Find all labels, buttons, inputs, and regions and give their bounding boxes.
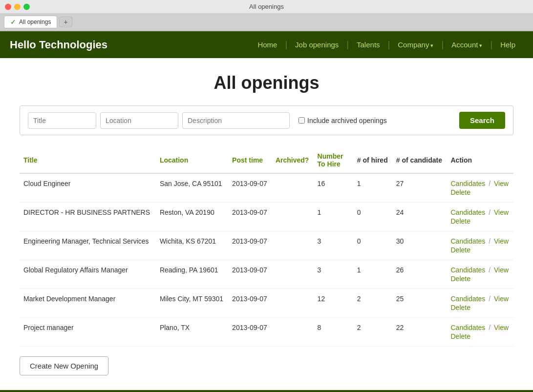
title-input[interactable] bbox=[28, 112, 96, 129]
view-link-0[interactable]: View bbox=[494, 180, 509, 187]
cell-numbertohire-5: 8 bbox=[314, 318, 353, 347]
table-header-row: Title Location Post time Archived? Numbe… bbox=[20, 147, 513, 173]
tab-all-openings[interactable]: ✓ All openings bbox=[4, 16, 57, 28]
cell-candidates-2: 30 bbox=[392, 231, 447, 260]
sep1-5: / bbox=[489, 324, 492, 331]
cell-title-1: DIRECTOR - HR BUSINESS PARTNERS bbox=[20, 203, 156, 231]
col-header-location: Location bbox=[156, 147, 228, 173]
table-row: Market Development Manager Miles City, M… bbox=[20, 289, 513, 318]
sep1-1: / bbox=[489, 208, 492, 216]
maximize-button[interactable] bbox=[23, 3, 30, 10]
view-link-4[interactable]: View bbox=[494, 295, 509, 303]
minimize-button[interactable] bbox=[14, 3, 21, 10]
table-row: Engineering Manager, Technical Services … bbox=[20, 231, 513, 260]
delete-link-1[interactable]: Delete bbox=[450, 217, 510, 225]
cell-posttime-5: 2013-09-07 bbox=[228, 318, 272, 347]
cell-candidates-1: 24 bbox=[392, 203, 447, 231]
delete-link-5[interactable]: Delete bbox=[450, 332, 510, 340]
col-header-candidate: # of candidate bbox=[392, 147, 447, 173]
cell-location-4: Miles City, MT 59301 bbox=[156, 289, 228, 318]
col-header-title: Title bbox=[20, 147, 156, 173]
cell-archived-2 bbox=[272, 231, 314, 260]
main-content: All openings Include archived openings S… bbox=[0, 58, 533, 390]
view-link-1[interactable]: View bbox=[494, 208, 509, 216]
cell-location-2: Wichita, KS 67201 bbox=[156, 231, 228, 260]
cell-title-0: Cloud Engineer bbox=[20, 173, 156, 203]
cell-hired-2: 0 bbox=[353, 231, 392, 260]
cell-action-0: Candidates / View Delete bbox=[447, 173, 513, 203]
delete-link-2[interactable]: Delete bbox=[450, 246, 510, 254]
delete-link-3[interactable]: Delete bbox=[450, 275, 510, 283]
cell-posttime-2: 2013-09-07 bbox=[228, 231, 272, 260]
cell-title-4: Market Development Manager bbox=[20, 289, 156, 318]
cell-hired-3: 1 bbox=[353, 260, 392, 289]
candidates-link-4[interactable]: Candidates bbox=[450, 295, 485, 303]
openings-table: Title Location Post time Archived? Numbe… bbox=[20, 147, 513, 347]
cell-numbertohire-1: 1 bbox=[314, 203, 353, 231]
cell-archived-4 bbox=[272, 289, 314, 318]
cell-candidates-4: 25 bbox=[392, 289, 447, 318]
archived-checkbox[interactable] bbox=[298, 117, 305, 124]
view-link-2[interactable]: View bbox=[494, 237, 509, 245]
cell-title-2: Engineering Manager, Technical Services bbox=[20, 231, 156, 260]
candidates-link-1[interactable]: Candidates bbox=[450, 208, 485, 216]
delete-link-0[interactable]: Delete bbox=[450, 188, 510, 196]
sep1-3: / bbox=[489, 266, 492, 274]
candidates-link-0[interactable]: Candidates bbox=[450, 180, 485, 187]
col-header-archived: Archived? bbox=[272, 147, 314, 173]
candidates-link-5[interactable]: Candidates bbox=[450, 324, 485, 331]
cell-action-2: Candidates / View Delete bbox=[447, 231, 513, 260]
cell-candidates-3: 26 bbox=[392, 260, 447, 289]
description-input[interactable] bbox=[182, 112, 290, 129]
cell-numbertohire-3: 3 bbox=[314, 260, 353, 289]
nav-talents[interactable]: Talents bbox=[349, 41, 388, 49]
nav-account[interactable]: Account bbox=[444, 41, 490, 49]
cell-action-5: Candidates / View Delete bbox=[447, 318, 513, 347]
cell-hired-5: 2 bbox=[353, 318, 392, 347]
nav-company[interactable]: Company bbox=[390, 41, 441, 49]
site-logo[interactable]: Hello Technologies bbox=[10, 39, 107, 51]
check-icon: ✓ bbox=[10, 18, 16, 26]
cell-archived-1 bbox=[272, 203, 314, 231]
search-bar: Include archived openings Search bbox=[20, 105, 513, 135]
view-link-3[interactable]: View bbox=[494, 266, 509, 274]
cell-location-1: Reston, VA 20190 bbox=[156, 203, 228, 231]
navigation: Hello Technologies Home | Job openings |… bbox=[0, 31, 533, 58]
location-input[interactable] bbox=[100, 112, 178, 129]
cell-posttime-3: 2013-09-07 bbox=[228, 260, 272, 289]
new-tab-button[interactable]: + bbox=[59, 17, 72, 27]
cell-posttime-4: 2013-09-07 bbox=[228, 289, 272, 318]
table-row: Global Regulatory Affairs Manager Readin… bbox=[20, 260, 513, 289]
search-button[interactable]: Search bbox=[459, 112, 505, 129]
sep1-0: / bbox=[489, 180, 492, 187]
sep1-4: / bbox=[489, 295, 492, 303]
archived-checkbox-label[interactable]: Include archived openings bbox=[298, 117, 455, 124]
nav-help[interactable]: Help bbox=[492, 41, 523, 49]
candidates-link-2[interactable]: Candidates bbox=[450, 237, 485, 245]
cell-numbertohire-2: 3 bbox=[314, 231, 353, 260]
cell-candidates-0: 27 bbox=[392, 173, 447, 203]
candidates-link-3[interactable]: Candidates bbox=[450, 266, 485, 274]
cell-action-3: Candidates / View Delete bbox=[447, 260, 513, 289]
cell-candidates-5: 22 bbox=[392, 318, 447, 347]
cell-title-3: Global Regulatory Affairs Manager bbox=[20, 260, 156, 289]
tab-label: All openings bbox=[19, 19, 51, 25]
cell-archived-3 bbox=[272, 260, 314, 289]
cell-action-4: Candidates / View Delete bbox=[447, 289, 513, 318]
cell-hired-0: 1 bbox=[353, 173, 392, 203]
close-button[interactable] bbox=[5, 3, 11, 10]
create-opening-button[interactable]: Create New Opening bbox=[20, 356, 108, 375]
nav-links: Home | Job openings | Talents | Company … bbox=[250, 40, 523, 50]
cell-numbertohire-4: 12 bbox=[314, 289, 353, 318]
cell-archived-0 bbox=[272, 173, 314, 203]
view-link-5[interactable]: View bbox=[494, 324, 509, 331]
nav-home[interactable]: Home bbox=[250, 41, 285, 49]
footer: PRODUCT DOCUMENT SUPPORT ⟳ Talentlines G… bbox=[0, 390, 533, 392]
cell-posttime-1: 2013-09-07 bbox=[228, 203, 272, 231]
table-row: Project manager Plano, TX 2013-09-07 8 2… bbox=[20, 318, 513, 347]
nav-job-openings[interactable]: Job openings bbox=[287, 41, 346, 49]
delete-link-4[interactable]: Delete bbox=[450, 304, 510, 311]
col-header-posttime: Post time bbox=[228, 147, 272, 173]
cell-numbertohire-0: 16 bbox=[314, 173, 353, 203]
cell-location-0: San Jose, CA 95101 bbox=[156, 173, 228, 203]
